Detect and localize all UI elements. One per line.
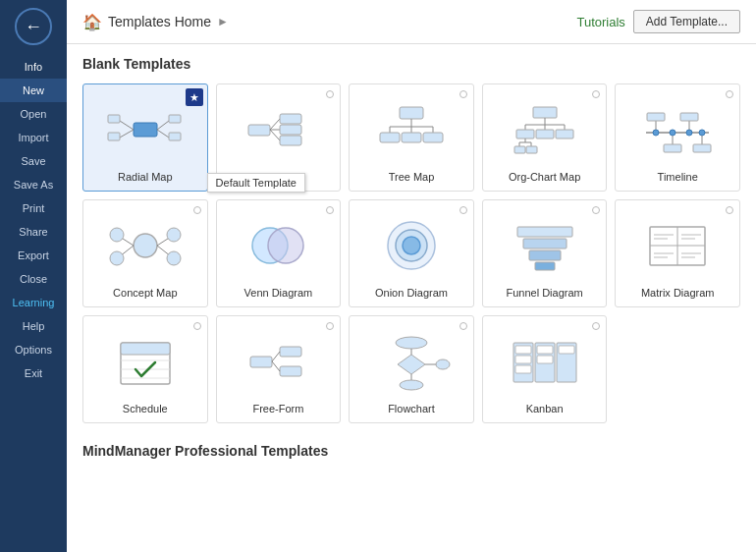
template-card-schedule[interactable]: Schedule [82,315,208,423]
svg-rect-87 [250,357,272,367]
sidebar-item-help[interactable]: Help [0,314,67,338]
svg-point-61 [167,251,181,265]
svg-rect-32 [536,130,554,138]
svg-point-55 [110,228,124,242]
sidebar-item-save[interactable]: Save [0,149,67,173]
svg-rect-50 [680,113,698,121]
svg-line-90 [272,352,280,361]
svg-point-59 [167,228,181,242]
svg-point-92 [396,337,427,349]
sidebar-item-open[interactable]: Open [0,102,67,126]
radial-map-icon [91,92,199,167]
sidebar-item-print[interactable]: Print [0,196,67,220]
corner-dot [326,322,334,330]
svg-rect-48 [664,144,681,152]
template-card-matrix-diagram[interactable]: Matrix Diagram [615,199,740,307]
sidebar-item-share[interactable]: Share [0,220,67,244]
default-template-tooltip: Default Template [207,173,305,193]
svg-rect-52 [693,144,711,152]
corner-dot [193,206,201,214]
matrix-diagram-icon [623,208,731,283]
svg-rect-13 [280,125,301,135]
template-label-venn-diagram: Venn Diagram [244,287,313,299]
template-label-org-chart: Org-Chart Map [509,171,580,183]
svg-rect-70 [535,262,555,270]
template-label-radial-map: Radial Map [118,171,173,183]
svg-rect-25 [533,107,557,118]
blank-templates-title: Blank Templates [82,56,740,72]
corner-dot [592,322,600,330]
svg-rect-31 [516,130,534,138]
svg-rect-68 [523,239,567,248]
sidebar-item-save-as[interactable]: Save As [0,173,67,196]
svg-line-14 [270,130,280,140]
corner-dot [459,322,467,330]
svg-line-7 [157,130,169,138]
sidebar-item-import[interactable]: Import [0,126,67,149]
corner-dot [459,206,467,214]
template-card-radial-map[interactable]: ★ [82,83,208,192]
template-grid: ★ [82,83,740,423]
template-card-timeline[interactable]: Timeline [615,83,740,192]
svg-rect-6 [169,115,181,123]
svg-rect-4 [108,133,120,140]
sidebar-item-exit[interactable]: Exit [0,361,67,385]
svg-rect-102 [515,346,531,354]
template-card-onion-diagram[interactable]: Onion Diagram [349,199,474,307]
svg-point-43 [686,130,692,136]
template-label-kanban: Kanban [526,403,564,414]
svg-rect-89 [280,366,301,376]
svg-rect-46 [647,113,665,121]
svg-rect-23 [402,133,421,142]
onion-diagram-icon [357,208,465,283]
template-label-timeline: Timeline [658,171,698,183]
svg-rect-38 [514,146,525,153]
home-icon: 🏠 [82,13,102,31]
svg-rect-39 [526,146,537,153]
svg-point-98 [436,359,450,369]
template-label-tree-map: Tree Map [389,171,435,183]
back-button[interactable]: ← [15,8,52,45]
template-card-tree-map[interactable]: Tree Map [349,83,474,192]
svg-point-42 [670,130,675,136]
template-card-flowchart[interactable]: Flowchart [349,315,474,423]
sidebar-item-close[interactable]: Close [0,267,67,291]
svg-rect-33 [556,130,573,138]
svg-rect-69 [529,250,561,260]
sidebar-item-learning[interactable]: Learning [0,291,67,314]
professional-templates-title: MindManager Professional Templates [82,439,740,459]
sidebar-item-new[interactable]: New [0,79,67,102]
svg-point-53 [134,234,157,257]
org-chart-icon [491,92,599,167]
sidebar-item-export[interactable]: Export [0,244,67,267]
corner-dot [592,90,600,98]
scroll-area: Blank Templates ★ [67,44,756,552]
template-card-kanban[interactable]: Kanban [482,315,608,423]
template-card-free-form[interactable]: Free-Form [216,315,342,423]
sidebar-item-info[interactable]: Info [0,55,67,79]
corner-dot [592,206,600,214]
header-right: Tutorials Add Template... [576,10,740,33]
main-content: 🏠 Templates Home ► Tutorials Add Templat… [67,0,756,552]
corner-dot [726,206,733,214]
add-template-button[interactable]: Add Template... [633,10,740,33]
header: 🏠 Templates Home ► Tutorials Add Templat… [67,0,756,44]
template-label-free-form: Free-Form [252,403,303,414]
svg-point-66 [403,237,420,254]
tutorials-link[interactable]: Tutorials [576,15,624,29]
template-card-org-chart-map[interactable]: Org-Chart Map [482,83,608,192]
svg-rect-11 [280,114,301,124]
template-card-venn-diagram[interactable]: Venn Diagram [216,199,342,307]
svg-rect-83 [121,343,170,355]
template-label-concept-map: Concept Map [113,287,177,299]
sidebar-item-options[interactable]: Options [0,338,67,361]
svg-rect-24 [423,133,443,142]
svg-point-57 [110,251,124,265]
svg-rect-104 [515,365,531,373]
template-card-concept-map[interactable]: Concept Map [82,199,208,307]
corner-dot [459,90,467,98]
venn-diagram-icon [225,208,333,283]
funnel-diagram-icon [491,208,599,283]
template-label-flowchart: Flowchart [388,403,435,414]
template-card-funnel-diagram[interactable]: Funnel Diagram [482,199,608,307]
